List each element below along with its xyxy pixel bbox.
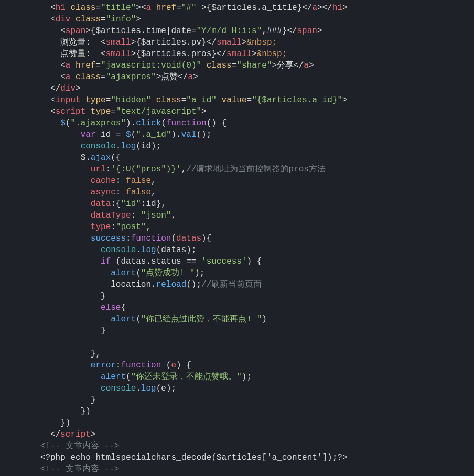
code-token: = (95, 61, 101, 70)
code-token (0, 257, 101, 266)
code-editor[interactable]: <h1 class="title"><a href="#" >{$article… (0, 0, 474, 475)
code-token: = (247, 95, 252, 105)
code-token: data (91, 199, 111, 209)
code-token: log (141, 384, 156, 393)
code-token: class (156, 95, 181, 105)
code-line: <?php echo htmlspecialchars_decode($arti… (0, 453, 348, 462)
code-token: / (56, 84, 61, 93)
code-token: : (116, 188, 126, 197)
code-token: datas (176, 234, 201, 243)
code-token: type (85, 95, 105, 105)
code-token: : (111, 222, 116, 232)
code-token: . (116, 142, 121, 151)
code-token: alert (111, 315, 136, 324)
code-token: "你还未登录，不能点赞哦。" (131, 372, 242, 382)
code-token: "点赞成功! " (141, 268, 195, 278)
code-token: function (121, 361, 161, 370)
code-token: >{$articles.pv}< (131, 38, 212, 47)
code-line: console.log(id); (0, 142, 161, 151)
code-token: > (76, 84, 81, 93)
code-token: href (156, 3, 176, 13)
code-token: <?php echo htmlspecialchars_decode($arti… (0, 453, 348, 462)
code-token: / (221, 49, 227, 59)
code-token: "你已经点过此赞，不能再点! " (141, 315, 262, 324)
code-token (0, 188, 91, 197)
code-token: 点赞量: < (0, 49, 106, 59)
code-token: console (101, 245, 136, 255)
code-token: ). (126, 118, 136, 128)
code-token: : (106, 165, 111, 174)
code-line: <div class="info"> (0, 15, 141, 24)
code-token: < (0, 3, 56, 13)
code-token: reload (156, 280, 187, 289)
code-token: e (171, 361, 176, 370)
code-line: }) (0, 407, 91, 416)
code-token (201, 61, 207, 70)
code-line: alert("你已经点过此赞，不能再点! ") (0, 315, 267, 324)
code-token: ajax (91, 153, 111, 163)
code-token: / (56, 430, 61, 439)
code-token: (e); (156, 384, 176, 393)
code-token (0, 118, 60, 128)
code-line: location.reload();//刷新当前页面 (0, 280, 262, 289)
code-token: alert (111, 268, 136, 278)
code-token: } (0, 395, 95, 405)
code-token: cache (91, 176, 116, 186)
code-token: class (70, 3, 95, 13)
code-token: if (101, 257, 111, 266)
code-token: < (0, 26, 66, 36)
code-token: , (151, 188, 156, 197)
code-token (85, 107, 91, 116)
code-line: <a href="javascript:void(0)" class="shar… (0, 61, 314, 70)
code-token: ) (262, 315, 267, 324)
code-token: span (297, 26, 317, 36)
code-token: < (0, 15, 56, 24)
code-token: $ (126, 130, 131, 139)
code-line: } (0, 326, 106, 336)
code-token: script (56, 107, 86, 116)
code-token (70, 61, 76, 70)
code-token: h1 (56, 3, 66, 13)
code-token: = (111, 107, 116, 116)
code-line: $(".ajaxpros").click(function() { (0, 118, 227, 128)
code-token: a (188, 72, 193, 82)
code-token (0, 130, 81, 139)
code-token: "hidden" (111, 95, 151, 105)
code-token: ) { (176, 361, 191, 370)
code-token: > (136, 15, 141, 24)
code-token (0, 211, 91, 220)
code-line: else{ (0, 303, 126, 312)
code-token: a (312, 3, 317, 13)
code-token: href (76, 61, 95, 70)
code-token: "id" (121, 199, 141, 209)
code-token (0, 303, 101, 312)
code-token (0, 222, 91, 232)
code-line: console.log(e); (0, 384, 176, 393)
code-token: (); (197, 130, 212, 139)
code-token: :{ (111, 199, 121, 209)
code-token: ( (136, 268, 141, 278)
code-token: async (91, 188, 116, 197)
code-token: var (81, 130, 96, 139)
code-token: "post" (116, 222, 146, 232)
code-token: (datas.status == (111, 257, 201, 266)
code-token: ); (195, 268, 204, 278)
code-token (70, 15, 76, 24)
code-token: ( (131, 130, 136, 139)
code-token: "{$articles.a_id}" (252, 95, 342, 105)
code-token: "share" (236, 61, 272, 70)
code-token: > (91, 430, 96, 439)
code-line: if (datas.status == 'success') { (0, 257, 262, 266)
code-token: , (171, 211, 176, 220)
code-token: > (342, 3, 348, 13)
code-line: error:function (e) { (0, 361, 191, 370)
code-token: success (91, 234, 126, 243)
code-line: url:'{:U("pros")}',//请求地址为当前控制器的pros方法 (0, 165, 326, 174)
code-token: / (211, 38, 217, 47)
code-token (0, 142, 81, 151)
code-token: function (166, 118, 207, 128)
code-token: <!-- 文章内容 --> (40, 464, 119, 474)
code-token: ){ (201, 234, 211, 243)
code-line: }, (0, 349, 101, 359)
code-token: > (317, 26, 322, 36)
